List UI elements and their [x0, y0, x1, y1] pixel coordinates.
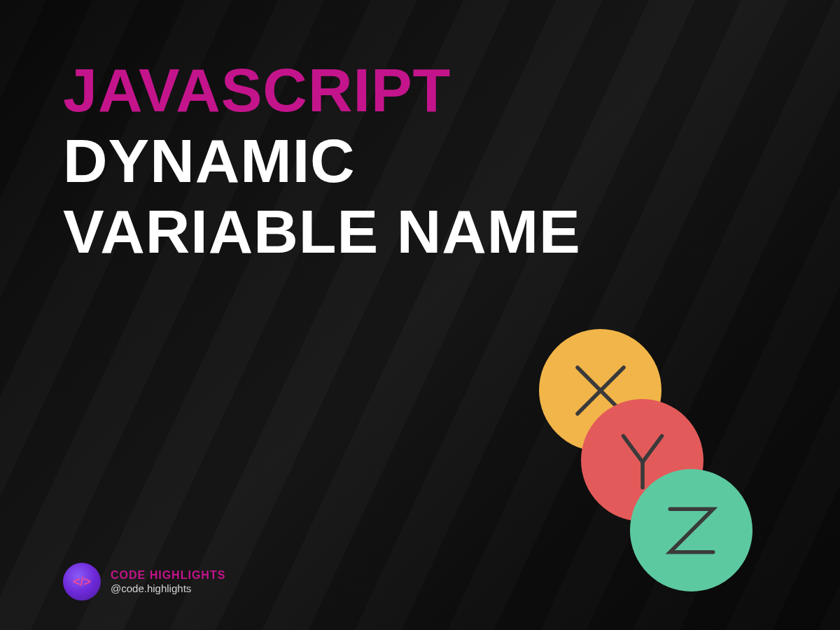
avatar-icon: </>	[73, 575, 91, 589]
footer: </> CODE HIGHLIGHTS @code.highlights	[63, 563, 225, 601]
social-handle: @code.highlights	[111, 582, 225, 595]
brand-name: CODE HIGHLIGHTS	[111, 568, 225, 582]
svg-line-2	[623, 435, 643, 461]
svg-line-3	[643, 435, 662, 461]
title-line-2: DYNAMIC	[63, 125, 784, 196]
circle-z-icon	[630, 469, 752, 592]
title-line-3: VARIABLE NAME	[63, 196, 784, 267]
footer-text: CODE HIGHLIGHTS @code.highlights	[111, 568, 225, 594]
xyz-graphic	[504, 329, 770, 595]
title-line-1: JAVASCRIPT	[63, 59, 784, 121]
main-content: JAVASCRIPT DYNAMIC VARIABLE NAME	[0, 0, 840, 267]
avatar: </>	[63, 563, 101, 601]
